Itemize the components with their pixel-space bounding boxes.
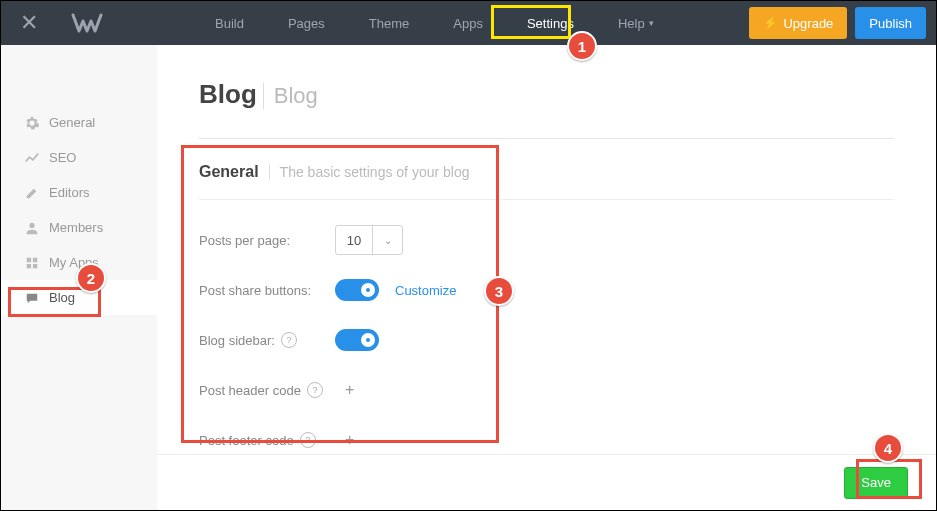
close-icon[interactable]: ✕ — [11, 10, 47, 36]
pencil-icon — [25, 186, 49, 200]
save-bar: Save — [157, 454, 936, 510]
share-buttons-toggle[interactable] — [335, 279, 379, 301]
page-subtitle: Blog — [263, 83, 318, 109]
weebly-logo-icon[interactable] — [71, 13, 103, 33]
nav-build[interactable]: Build — [193, 1, 266, 45]
nav-help-label: Help — [618, 16, 645, 31]
field-share-buttons: Post share buttons: Customize — [199, 272, 894, 308]
chevron-down-icon: ⌄ — [372, 226, 402, 254]
top-nav: Build Pages Theme Apps Settings Help▾ — [193, 1, 676, 45]
sidebar-item-label: Editors — [49, 185, 89, 200]
upgrade-button[interactable]: ⚡Upgrade — [749, 7, 847, 39]
bolt-icon: ⚡ — [763, 16, 778, 30]
nav-apps[interactable]: Apps — [431, 1, 505, 45]
divider — [199, 199, 894, 200]
general-section: General The basic settings of your blog … — [199, 163, 894, 458]
help-icon[interactable]: ? — [307, 382, 323, 398]
user-icon — [25, 221, 49, 235]
divider — [199, 138, 894, 139]
sidebar-item-label: Blog — [49, 290, 75, 305]
add-header-code-button[interactable]: + — [345, 381, 354, 399]
field-footer-code: Post footer code ? + — [199, 422, 894, 458]
chat-icon — [25, 291, 49, 305]
trend-icon — [25, 151, 49, 165]
section-subtitle: The basic settings of your blog — [269, 164, 470, 180]
field-blog-sidebar: Blog sidebar: ? — [199, 322, 894, 358]
sidebar-item-label: SEO — [49, 150, 76, 165]
annotation-callout-4: 4 — [873, 433, 903, 463]
field-label: Post share buttons: — [199, 283, 335, 298]
sidebar-item-seo[interactable]: SEO — [1, 140, 157, 175]
label-text: Post header code — [199, 383, 301, 398]
customize-link[interactable]: Customize — [395, 283, 456, 298]
label-text: Blog sidebar: — [199, 333, 275, 348]
field-header-code: Post header code ? + — [199, 372, 894, 408]
nav-help[interactable]: Help▾ — [596, 1, 676, 45]
field-label: Post header code ? — [199, 382, 335, 398]
add-footer-code-button[interactable]: + — [345, 431, 354, 449]
grid-icon — [25, 256, 49, 270]
annotation-callout-1: 1 — [567, 31, 597, 61]
chevron-down-icon: ▾ — [649, 18, 654, 28]
field-label: Posts per page: — [199, 233, 335, 248]
help-icon[interactable]: ? — [300, 432, 316, 448]
content-area: Blog Blog General The basic settings of … — [157, 45, 936, 510]
annotation-callout-2: 2 — [76, 263, 106, 293]
select-value: 10 — [336, 226, 372, 254]
upgrade-label: Upgrade — [783, 16, 833, 31]
section-title: General — [199, 163, 259, 181]
posts-per-page-select[interactable]: 10 ⌄ — [335, 225, 403, 255]
field-posts-per-page: Posts per page: 10 ⌄ — [199, 222, 894, 258]
save-button[interactable]: Save — [844, 467, 908, 499]
nav-pages[interactable]: Pages — [266, 1, 347, 45]
gear-icon — [25, 116, 49, 130]
sidebar-item-editors[interactable]: Editors — [1, 175, 157, 210]
sidebar-item-label: Members — [49, 220, 103, 235]
sidebar-item-label: General — [49, 115, 95, 130]
page-title: Blog — [199, 79, 257, 110]
sidebar-item-members[interactable]: Members — [1, 210, 157, 245]
blog-sidebar-toggle[interactable] — [335, 329, 379, 351]
nav-theme[interactable]: Theme — [347, 1, 431, 45]
publish-button[interactable]: Publish — [855, 7, 926, 39]
top-bar: ✕ Build Pages Theme Apps Settings Help▾ … — [1, 1, 936, 45]
field-label: Blog sidebar: ? — [199, 332, 335, 348]
page-title-row: Blog Blog — [199, 79, 894, 110]
label-text: Post footer code — [199, 433, 294, 448]
help-icon[interactable]: ? — [281, 332, 297, 348]
annotation-callout-3: 3 — [484, 276, 514, 306]
field-label: Post footer code ? — [199, 432, 335, 448]
sidebar-item-general[interactable]: General — [1, 105, 157, 140]
